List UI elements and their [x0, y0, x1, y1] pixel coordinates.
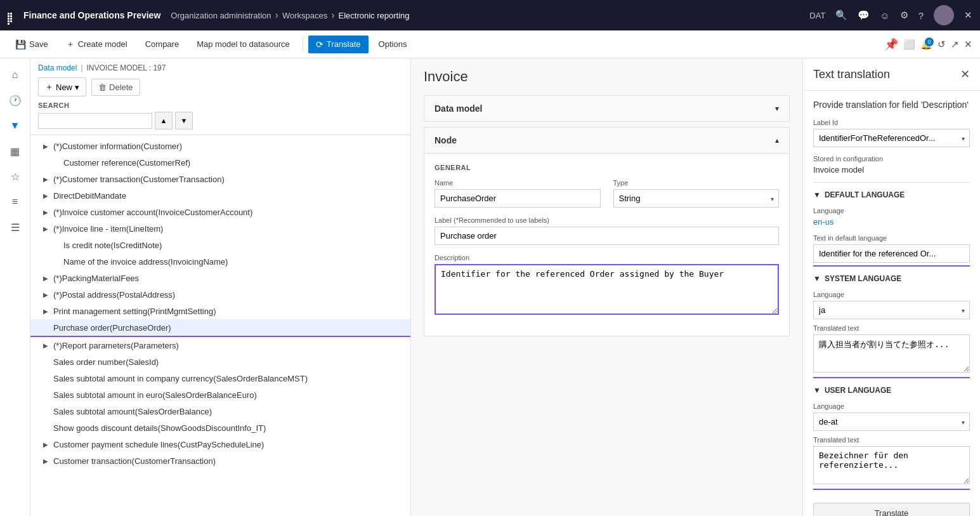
tree-item[interactable]: ▶(*)PackingMaterialFees	[30, 270, 410, 286]
rp-stored-config-value: Invoice model	[813, 165, 970, 175]
search-up-btn[interactable]: ▲	[155, 112, 173, 129]
tree-item[interactable]: ▶(*)Report parameters(Parameters)	[30, 337, 410, 354]
sidebar-favorites-icon[interactable]: ☆	[4, 165, 27, 188]
chat-btn[interactable]: 💬	[858, 10, 870, 21]
open-new-btn[interactable]: ↗	[951, 39, 959, 50]
data-model-expand-icon: ▾	[775, 104, 779, 113]
tree-item[interactable]: Is credit note(IsCreditNote)	[30, 237, 410, 253]
node-collapse-icon: ▴	[775, 136, 779, 145]
tree-item[interactable]: Customer reference(CustomerRef)	[30, 154, 410, 171]
tree-item[interactable]: ▶Print management setting(PrintMgmtSetti…	[30, 303, 410, 319]
tree-item-label: Sales order number(SalesId)	[53, 357, 159, 367]
tree-item[interactable]: Sales subtotal amount in company currenc…	[30, 370, 410, 387]
nav-org-admin[interactable]: Organization administration	[171, 11, 271, 20]
expand-icon[interactable]: ▶	[41, 340, 51, 350]
map-model-button[interactable]: Map model to datasource	[189, 36, 297, 53]
options-button[interactable]: Options	[371, 36, 415, 53]
expand-icon[interactable]: ▶	[41, 289, 51, 300]
tree-item[interactable]: Sales subtotal amount(SalesOrderBalance)	[30, 403, 410, 420]
expand-icon[interactable]: ▶	[41, 223, 51, 234]
search-down-btn[interactable]: ▼	[175, 112, 193, 129]
tree-item[interactable]: ▶(*)Customer information(Customer)	[30, 138, 410, 154]
translate-btn[interactable]: Translate	[813, 503, 970, 516]
expand-icon[interactable]: ▶	[41, 456, 51, 466]
expand-icon[interactable]: ▶	[41, 273, 51, 283]
default-lang-value[interactable]: en-us	[813, 217, 970, 227]
description-textarea[interactable]	[434, 264, 779, 315]
expand-icon[interactable]: ▶	[41, 207, 51, 217]
sidebar-recent-icon[interactable]: 🕐	[4, 89, 27, 112]
create-model-button[interactable]: ＋ Create model	[58, 35, 135, 54]
rp-label-id-select[interactable]: IdentifierForTheReferencedOr...	[813, 129, 970, 147]
expand-icon[interactable]: ▶	[41, 190, 51, 201]
search-input[interactable]	[38, 113, 152, 129]
apps-grid-icon[interactable]	[8, 13, 13, 18]
sidebar-hamburger-icon[interactable]: ☰	[4, 216, 27, 239]
expand-icon[interactable]: ▶	[41, 141, 51, 151]
emoji-btn[interactable]: ☺	[880, 10, 889, 21]
right-panel-header: Text translation ✕	[803, 58, 980, 91]
expand-icon[interactable]: ▶	[41, 306, 51, 316]
settings-btn[interactable]: ⚙	[900, 10, 908, 21]
system-language-header[interactable]: ▼ SYSTEM LANGUAGE	[813, 274, 970, 283]
new-button[interactable]: ＋ New ▾	[38, 77, 86, 96]
default-text-input[interactable]	[813, 244, 970, 263]
help-btn[interactable]: ?	[918, 10, 924, 21]
node-accordion-header[interactable]: Node ▴	[424, 128, 789, 154]
tree-item[interactable]: Sales subtotal amount in euro(SalesOrder…	[30, 387, 410, 403]
tree-item[interactable]: ▶DirectDebitMandate	[30, 187, 410, 204]
tree-item[interactable]: ▶(*)Invoice line - item(LineItem)	[30, 220, 410, 237]
label-input[interactable]	[434, 227, 779, 245]
sidebar-list-icon[interactable]: ≡	[4, 190, 27, 213]
expand-icon[interactable]: ▶	[41, 439, 51, 449]
search-section: SEARCH ▲ ▼	[38, 102, 403, 129]
invoice-title: Invoice	[424, 69, 790, 85]
expand-btn[interactable]: ⬜	[903, 39, 915, 50]
refresh-btn[interactable]: ↺	[938, 39, 946, 50]
avatar[interactable]	[934, 5, 954, 25]
sidebar-table-icon[interactable]: ▦	[4, 140, 27, 162]
system-lang-select[interactable]: ja	[813, 301, 970, 319]
rp-subtitle: Provide translation for field 'Descripti…	[813, 100, 970, 110]
tree-item[interactable]: ▶Customer transaction(CustomerTransactio…	[30, 453, 410, 469]
tree-item[interactable]: Show goods discount details(ShowGoodsDis…	[30, 420, 410, 436]
default-language-header[interactable]: ▼ DEFAULT LANGUAGE	[813, 190, 970, 199]
type-select-wrapper: String ▾	[613, 189, 780, 208]
tree-item[interactable]: Purchase order(PurchaseOrder)	[30, 319, 410, 337]
expand-icon[interactable]: ▶	[41, 174, 51, 184]
tree-item[interactable]: Name of the invoice address(InvoicingNam…	[30, 253, 410, 270]
default-text-underline	[813, 265, 970, 267]
compare-button[interactable]: Compare	[138, 36, 186, 53]
tree-item[interactable]: ▶(*)Customer transaction(CustomerTransac…	[30, 171, 410, 187]
right-panel-close-btn[interactable]: ✕	[960, 67, 970, 81]
sidebar-home-icon[interactable]: ⌂	[4, 63, 27, 86]
user-language-header[interactable]: ▼ USER LANGUAGE	[813, 386, 970, 395]
tree-item[interactable]: ▶(*)Postal address(PostalAddress)	[30, 286, 410, 303]
nav-workspaces[interactable]: Workspaces	[282, 11, 327, 20]
tree-item[interactable]: ▶(*)Invoice customer account(InvoiceCust…	[30, 204, 410, 220]
pin-btn[interactable]: 📌	[884, 37, 898, 51]
data-model-accordion-header[interactable]: Data model ▾	[424, 96, 789, 121]
translate-button[interactable]: ⟳ Translate	[308, 36, 369, 53]
delete-button[interactable]: 🗑 Delete	[91, 79, 140, 96]
user-translated-textarea[interactable]	[813, 446, 970, 484]
breadcrumb-data-model[interactable]: Data model	[38, 63, 77, 72]
close-window-btn[interactable]: ✕	[964, 10, 972, 21]
expand-icon	[51, 256, 61, 267]
system-lang-select-wrapper: ja ▾	[813, 301, 970, 319]
rp-stored-config-label: Stored in configuration	[813, 155, 970, 162]
tree-content: ▶(*)Customer information(Customer)Custom…	[30, 135, 410, 516]
search-btn[interactable]: 🔍	[835, 10, 847, 21]
tree-item[interactable]: Sales order number(SalesId)	[30, 354, 410, 370]
name-input[interactable]	[434, 189, 601, 208]
save-button[interactable]: 💾 Save	[8, 36, 56, 53]
system-translated-textarea[interactable]	[813, 334, 970, 373]
top-nav: Organization administration › Workspaces…	[171, 10, 409, 21]
close-panel-btn[interactable]: ✕	[964, 39, 972, 50]
type-select[interactable]: String	[613, 189, 780, 208]
section-divider-1	[813, 182, 970, 183]
nav-electronic-reporting[interactable]: Electronic reporting	[339, 11, 410, 20]
sidebar-filter-icon[interactable]: ▼	[4, 114, 27, 137]
user-lang-select[interactable]: de-at	[813, 413, 970, 431]
tree-item[interactable]: ▶Customer payment schedule lines(CustPay…	[30, 436, 410, 453]
